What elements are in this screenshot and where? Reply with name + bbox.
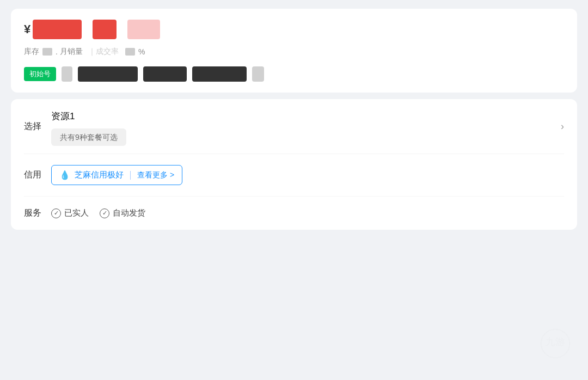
details-card: 选择 资源1 共有9种套餐可选 › 信用 💧 芝麻信用极好 查看更多 > bbox=[11, 99, 577, 230]
service-label: 服务 bbox=[24, 207, 51, 219]
initial-tag: 初始号 bbox=[24, 67, 56, 81]
stats-divider: ｜成交率 bbox=[88, 47, 119, 57]
credit-divider bbox=[130, 171, 131, 180]
check-circle-icon-2: ✓ bbox=[100, 209, 109, 218]
service-item-real-person: ✓ 已实人 bbox=[51, 208, 89, 218]
service-content: ✓ 已实人 ✓ 自动发货 bbox=[51, 208, 564, 218]
tag-redacted-5 bbox=[252, 66, 264, 82]
credit-more-link[interactable]: 查看更多 > bbox=[137, 170, 174, 180]
tag-redacted-3 bbox=[143, 66, 187, 82]
credit-row: 信用 💧 芝麻信用极好 查看更多 > bbox=[24, 154, 564, 197]
credit-text: 芝麻信用极好 bbox=[75, 170, 124, 180]
service-item-auto-delivery: ✓ 自动发货 bbox=[100, 208, 145, 218]
service-row: 服务 ✓ 已实人 ✓ 自动发货 bbox=[24, 197, 564, 230]
service-item-label-2: 自动发货 bbox=[113, 208, 145, 218]
tag-redacted-1 bbox=[62, 66, 72, 82]
price-block-main: ¥ bbox=[24, 20, 82, 39]
price-row: ¥ bbox=[24, 20, 564, 39]
service-items: ✓ 已实人 ✓ 自动发货 bbox=[51, 208, 145, 218]
percent-symbol: % bbox=[138, 47, 145, 56]
credit-label: 信用 bbox=[24, 169, 51, 181]
price-tertiary-redacted bbox=[127, 20, 160, 39]
package-pill[interactable]: 共有9种套餐可选 bbox=[51, 128, 126, 146]
stock-label: 库存 bbox=[24, 47, 39, 57]
stats-row: 库存 . 月销量 ｜成交率 % bbox=[24, 47, 564, 57]
select-row[interactable]: 选择 资源1 共有9种套餐可选 › bbox=[24, 99, 564, 154]
select-content: 资源1 共有9种套餐可选 bbox=[51, 110, 564, 143]
stock-value-redacted bbox=[42, 48, 52, 56]
chevron-right-icon: › bbox=[561, 121, 564, 132]
tag-redacted-2 bbox=[78, 66, 138, 82]
page-wrapper: ¥ 库存 . 月销量 ｜成交率 % 初始号 选择 bbox=[0, 0, 588, 380]
currency-symbol: ¥ bbox=[24, 22, 30, 36]
rate-value-redacted bbox=[125, 48, 135, 56]
resource-title: 资源1 bbox=[51, 110, 75, 122]
monthly-label: 月销量 bbox=[60, 47, 83, 57]
select-label: 选择 bbox=[24, 121, 51, 132]
price-card: ¥ 库存 . 月销量 ｜成交率 % 初始号 bbox=[11, 9, 577, 93]
price-secondary-redacted bbox=[93, 20, 117, 39]
tags-row: 初始号 bbox=[24, 66, 564, 82]
credit-content: 💧 芝麻信用极好 查看更多 > bbox=[51, 165, 564, 185]
check-circle-icon-1: ✓ bbox=[51, 209, 61, 218]
credit-drop-icon: 💧 bbox=[59, 170, 70, 180]
credit-badge[interactable]: 💧 芝麻信用极好 查看更多 > bbox=[51, 165, 182, 185]
service-item-label-1: 已实人 bbox=[64, 208, 89, 218]
tag-redacted-4 bbox=[192, 66, 247, 82]
price-value-redacted bbox=[33, 20, 82, 39]
stats-sep1: . bbox=[56, 47, 58, 56]
